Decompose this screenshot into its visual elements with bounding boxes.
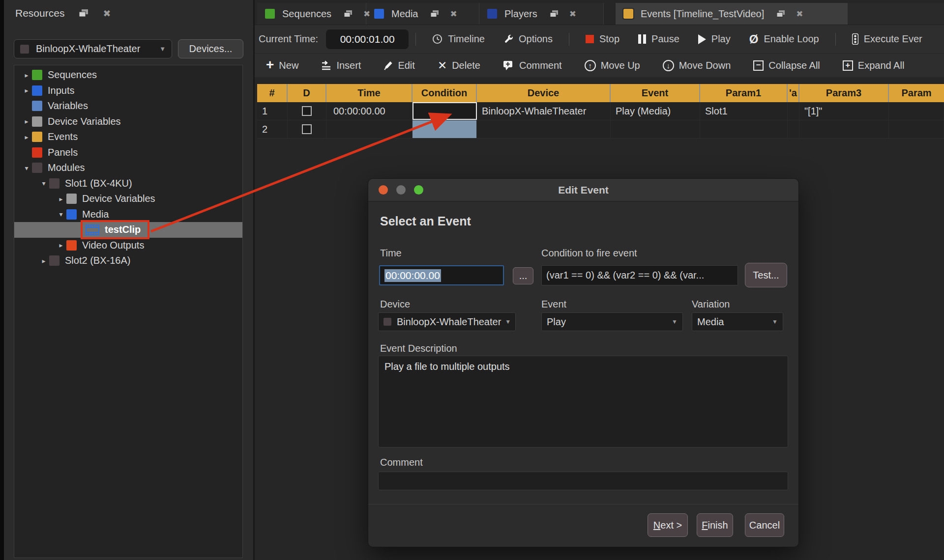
minimize-window-icon[interactable] [396,185,406,195]
cell-param[interactable] [889,120,944,138]
close-tab-icon[interactable]: ✖ [569,10,576,18]
column-header-time[interactable]: Time [326,84,413,102]
chevron-down-icon[interactable]: ▾ [38,179,49,187]
device-dropdown[interactable]: BinloopX-WhaleTheater ▼ [378,312,516,331]
browse-time-button[interactable]: ... [513,267,533,284]
finish-button[interactable]: Finish [697,513,733,537]
tab-players[interactable]: Players✖ [479,3,604,25]
timeline-button[interactable]: Timeline [432,33,485,45]
condition-input[interactable]: (var1 == 0) && (var2 == 0) && (var... [541,265,738,285]
disable-checkbox[interactable] [302,106,312,116]
cell-[interactable]: 2 [257,120,288,138]
cell-d[interactable] [288,120,326,138]
tree-item-slot1-bx-4ku[interactable]: ▾Slot1 (BX-4KU) [14,176,242,192]
column-header-a[interactable]: 'a [788,84,799,102]
undock-tab-icon[interactable] [431,10,439,18]
enable-loop-button[interactable]: ØEnable Loop [749,33,819,45]
cell-device[interactable] [477,120,611,138]
cell-time[interactable] [326,120,413,138]
undock-panel-icon[interactable] [79,9,88,17]
time-input[interactable]: 00:00:00.00 [379,265,504,285]
cell-param3[interactable]: "[1]" [799,102,889,120]
move-down-button[interactable]: ↓Move Down [663,60,731,71]
cancel-button[interactable]: Cancel [745,513,784,537]
column-header-device[interactable]: Device [477,84,611,102]
tree-item-video-outputs[interactable]: ▸Video Outputs [14,238,242,253]
close-panel-icon[interactable]: ✖ [103,9,111,18]
dialog-titlebar[interactable]: Edit Event [368,179,798,201]
chevron-right-icon[interactable]: ▸ [21,71,32,79]
expand-all-button[interactable]: +Expand All [843,60,905,71]
column-header-param[interactable]: Param [889,84,944,102]
chevron-right-icon[interactable]: ▸ [21,117,32,125]
device-selector-dropdown[interactable]: BinloopX-WhaleTheater ▼ [14,39,172,58]
execute-event-button[interactable]: Execute Ever [852,33,922,45]
test-condition-button[interactable]: Test... [745,263,787,287]
cell-time[interactable]: 00:00:00.00 [326,102,413,120]
move-up-button[interactable]: ↑Move Up [585,60,640,71]
tab-events-timeline-testvideo[interactable]: Events [Timeline_TestVideo]✖ [616,3,848,25]
cell-event[interactable] [611,120,700,138]
event-dropdown[interactable]: Play ▼ [541,312,683,331]
tree-item-testclip[interactable]: testClip [14,222,242,238]
cell-device[interactable]: BinloopX-WhaleTheater [477,102,611,120]
cell-[interactable]: 1 [257,102,288,120]
comment-input[interactable] [378,472,788,490]
tree-item-sequences[interactable]: ▸Sequences [14,67,242,83]
cell-a[interactable] [788,120,799,138]
current-time-field[interactable]: 00:00:01.00 [326,29,409,49]
column-header-condition[interactable]: Condition [413,84,477,102]
column-header-d[interactable]: D [288,84,326,102]
chevron-down-icon[interactable]: ▾ [56,210,66,218]
column-header-[interactable]: # [257,84,288,102]
disable-checkbox[interactable] [302,124,312,134]
undock-tab-icon[interactable] [777,10,785,18]
variation-dropdown[interactable]: Media ▼ [692,312,783,331]
tree-item-inputs[interactable]: ▸Inputs [14,83,242,99]
tree-item-panels[interactable]: Panels [14,145,242,161]
chevron-right-icon[interactable]: ▸ [21,133,32,141]
cell-param[interactable] [889,102,944,120]
chevron-right-icon[interactable]: ▸ [38,257,49,265]
stop-button[interactable]: Stop [586,33,620,45]
undock-tab-icon[interactable] [550,10,559,18]
collapse-all-button[interactable]: −Collapse All [753,60,820,71]
tree-item-events[interactable]: ▸Events [14,129,242,145]
tree-item-modules[interactable]: ▾Modules [14,160,242,176]
description-textarea[interactable]: Play a file to multiple outputs [378,356,788,448]
play-button[interactable]: Play [698,33,731,45]
column-header-param3[interactable]: Param3 [799,84,889,102]
edit-button[interactable]: Edit [384,60,414,71]
tab-media[interactable]: Media✖ [366,3,479,25]
close-window-icon[interactable] [379,185,388,195]
cell-param1[interactable]: Slot1 [700,102,788,120]
cell-d[interactable] [288,102,326,120]
cell-condition[interactable] [413,120,477,138]
chevron-right-icon[interactable]: ▸ [56,241,66,249]
tree-item-variables[interactable]: Variables [14,98,242,114]
cell-a[interactable] [788,102,799,120]
delete-button[interactable]: ✕Delete [438,60,480,71]
close-tab-icon[interactable]: ✖ [450,10,457,18]
chevron-right-icon[interactable]: ▸ [56,195,66,203]
chevron-down-icon[interactable]: ▾ [21,164,32,172]
insert-button[interactable]: Insert [321,60,361,71]
chevron-right-icon[interactable]: ▸ [21,86,32,94]
next-button[interactable]: Next > [648,513,688,537]
new-button[interactable]: +New [266,59,298,72]
cell-param1[interactable] [700,120,788,138]
column-header-event[interactable]: Event [611,84,700,102]
tree-item-slot2-bx-16a[interactable]: ▸Slot2 (BX-16A) [14,253,242,269]
tree-item-device-variables[interactable]: ▸Device Variables [14,191,242,207]
tree-item-device-variables[interactable]: ▸Device Variables [14,114,242,130]
close-tab-icon[interactable]: ✖ [796,10,803,18]
cell-event[interactable]: Play (Media) [611,102,700,120]
options-button[interactable]: Options [503,33,553,45]
devices-button[interactable]: Devices... [178,39,243,58]
pause-button[interactable]: Pause [638,33,679,45]
undock-tab-icon[interactable] [344,10,353,18]
tab-sequences[interactable]: Sequences✖ [257,3,366,25]
zoom-window-icon[interactable] [414,185,423,195]
cell-param3[interactable] [799,120,889,138]
comment-button[interactable]: Comment [503,60,562,71]
